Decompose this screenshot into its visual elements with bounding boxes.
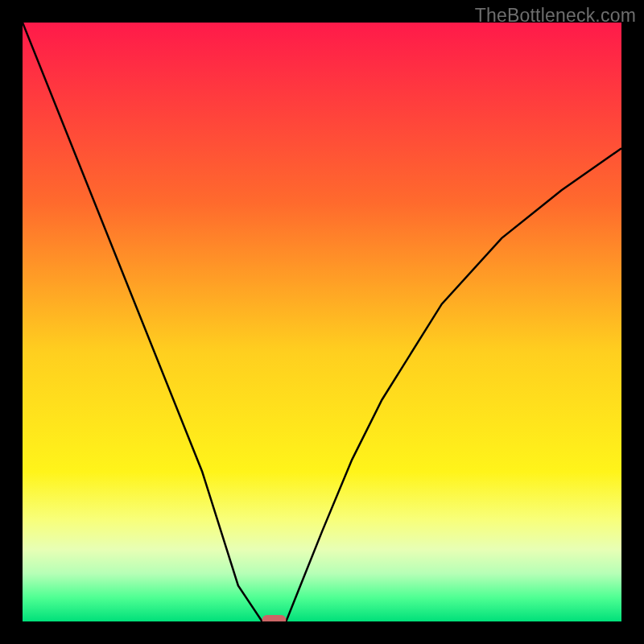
chart-container: TheBottleneck.com — [0, 0, 644, 644]
bottleneck-chart — [23, 23, 621, 621]
optimal-range-marker — [262, 615, 287, 621]
plot-area — [23, 23, 621, 621]
